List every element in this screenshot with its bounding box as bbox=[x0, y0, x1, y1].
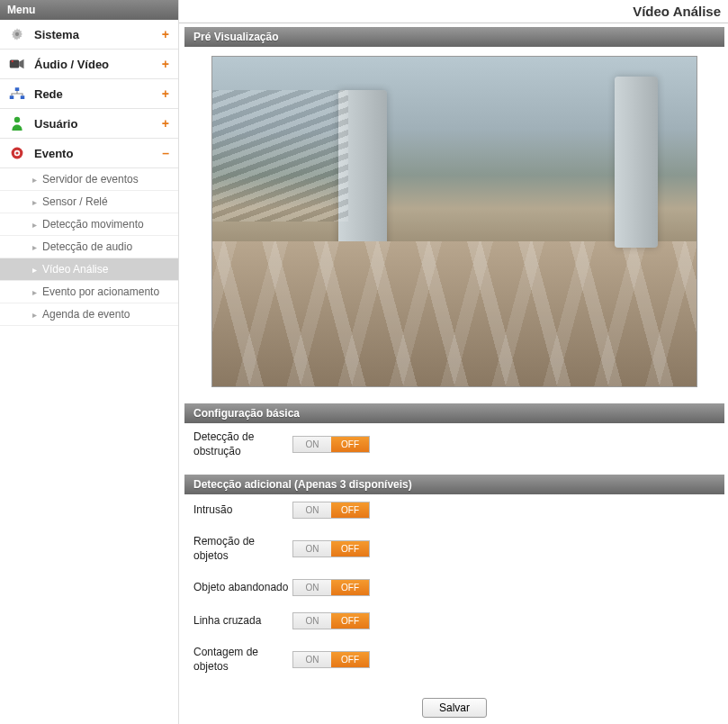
user-icon bbox=[9, 115, 25, 131]
section-header-additional: Detecção adicional (Apenas 3 disponíveis… bbox=[184, 475, 724, 494]
toggle-line-crossing[interactable]: ON OFF bbox=[292, 612, 370, 629]
gear-icon bbox=[9, 26, 25, 42]
toggle-on[interactable]: ON bbox=[293, 502, 331, 518]
save-button[interactable]: Salvar bbox=[422, 698, 487, 718]
row-obstruction-detection: Detecção de obstrução ON OFF bbox=[193, 430, 715, 458]
svg-rect-5 bbox=[10, 95, 14, 99]
submenu-label: Detecção de audio bbox=[42, 240, 132, 253]
submenu-servidor-eventos[interactable]: ▸ Servidor de eventos bbox=[0, 168, 178, 191]
menu-label: Rede bbox=[34, 87, 162, 101]
menu-category-audio-video[interactable]: Áudio / Vídeo + bbox=[0, 50, 178, 79]
submenu-evento-acionamento[interactable]: ▸ Evento por acionamento bbox=[0, 281, 178, 303]
footer: Salvar bbox=[184, 689, 724, 724]
section-header-basic: Configuração básica bbox=[184, 403, 724, 423]
config-label: Detecção de obstrução bbox=[193, 430, 292, 458]
svg-marker-2 bbox=[19, 59, 23, 69]
chevron-right-icon: ▸ bbox=[32, 197, 37, 207]
expand-icon: + bbox=[162, 57, 169, 71]
toggle-off[interactable]: OFF bbox=[331, 541, 369, 557]
page-title: Vídeo Análise bbox=[179, 0, 728, 23]
submenu-label: Evento por acionamento bbox=[42, 285, 159, 298]
menu-label: Evento bbox=[34, 147, 162, 160]
network-icon bbox=[9, 86, 25, 102]
expand-icon: + bbox=[162, 86, 169, 101]
toggle-on[interactable]: ON bbox=[293, 580, 331, 595]
expand-icon: + bbox=[162, 116, 169, 131]
svg-point-3 bbox=[12, 60, 13, 62]
svg-rect-4 bbox=[15, 87, 20, 91]
submenu-deteccao-audio[interactable]: ▸ Detecção de audio bbox=[0, 236, 178, 258]
menu-label: Sistema bbox=[34, 28, 162, 41]
toggle-on[interactable]: ON bbox=[293, 613, 331, 629]
chevron-right-icon: ▸ bbox=[32, 287, 37, 297]
config-label: Contagem de objetos bbox=[193, 646, 292, 674]
row-abandoned-object: Objeto abandonado ON OFF bbox=[193, 579, 715, 596]
row-line-crossing: Linha cruzada ON OFF bbox=[193, 612, 715, 629]
event-icon bbox=[9, 145, 25, 161]
toggle-on[interactable]: ON bbox=[293, 437, 331, 452]
preview-container bbox=[184, 47, 724, 402]
submenu-label: Agenda de evento bbox=[42, 308, 130, 321]
svg-point-7 bbox=[14, 117, 20, 122]
row-object-removal: Remoção de objetos ON OFF bbox=[193, 535, 715, 563]
submenu-deteccao-movimento[interactable]: ▸ Detecção movimento bbox=[0, 213, 178, 236]
toggle-off[interactable]: OFF bbox=[331, 613, 369, 629]
toggle-object-removal[interactable]: ON OFF bbox=[292, 540, 370, 557]
config-label: Remoção de objetos bbox=[193, 535, 292, 563]
menu-header: Menu bbox=[0, 0, 178, 20]
menu-label: Áudio / Vídeo bbox=[34, 58, 162, 71]
toggle-off[interactable]: OFF bbox=[331, 580, 369, 595]
menu-category-sistema[interactable]: Sistema + bbox=[0, 20, 178, 50]
expand-icon: + bbox=[162, 27, 169, 41]
chevron-right-icon: ▸ bbox=[32, 175, 37, 185]
submenu-video-analise[interactable]: ▸ Vídeo Análise bbox=[0, 258, 178, 281]
chevron-right-icon: ▸ bbox=[32, 265, 37, 275]
toggle-abandoned-object[interactable]: ON OFF bbox=[292, 579, 370, 596]
config-label: Intrusão bbox=[193, 503, 292, 518]
svg-rect-6 bbox=[21, 95, 25, 99]
menu-category-evento[interactable]: Evento – bbox=[0, 139, 178, 168]
toggle-object-counting[interactable]: ON OFF bbox=[292, 651, 370, 668]
submenu-agenda-evento[interactable]: ▸ Agenda de evento bbox=[0, 303, 178, 326]
submenu-label: Sensor / Relé bbox=[42, 195, 108, 208]
toggle-off[interactable]: OFF bbox=[331, 437, 369, 452]
camera-icon bbox=[9, 56, 25, 72]
row-intrusion: Intrusão ON OFF bbox=[193, 502, 715, 519]
submenu-label: Servidor de eventos bbox=[42, 173, 139, 186]
toggle-on[interactable]: ON bbox=[293, 541, 331, 557]
toggle-off[interactable]: OFF bbox=[331, 652, 369, 667]
video-preview bbox=[211, 56, 697, 387]
collapse-icon: – bbox=[162, 146, 169, 160]
section-header-preview: Pré Visualização bbox=[184, 27, 724, 47]
submenu-label: Vídeo Análise bbox=[42, 263, 108, 276]
submenu-label: Detecção movimento bbox=[42, 218, 144, 231]
config-label: Linha cruzada bbox=[193, 614, 292, 629]
submenu-sensor-rele[interactable]: ▸ Sensor / Relé bbox=[0, 191, 178, 213]
menu-category-usuario[interactable]: Usuário + bbox=[0, 109, 178, 139]
sidebar: Menu Sistema + Áudio / Vídeo + Rede + bbox=[0, 0, 179, 724]
chevron-right-icon: ▸ bbox=[32, 310, 37, 320]
chevron-right-icon: ▸ bbox=[32, 242, 37, 252]
toggle-off[interactable]: OFF bbox=[331, 502, 369, 518]
toggle-on[interactable]: ON bbox=[293, 652, 331, 667]
menu-label: Usuário bbox=[34, 117, 162, 131]
row-object-counting: Contagem de objetos ON OFF bbox=[193, 646, 715, 674]
toggle-intrusion[interactable]: ON OFF bbox=[292, 502, 370, 519]
svg-point-10 bbox=[15, 151, 18, 154]
toggle-obstruction[interactable]: ON OFF bbox=[292, 436, 370, 453]
config-label: Objeto abandonado bbox=[193, 581, 292, 595]
svg-rect-1 bbox=[10, 60, 20, 68]
main-content: Vídeo Análise Pré Visualização Configura… bbox=[179, 0, 728, 724]
chevron-right-icon: ▸ bbox=[32, 220, 37, 230]
menu-category-rede[interactable]: Rede + bbox=[0, 79, 178, 109]
